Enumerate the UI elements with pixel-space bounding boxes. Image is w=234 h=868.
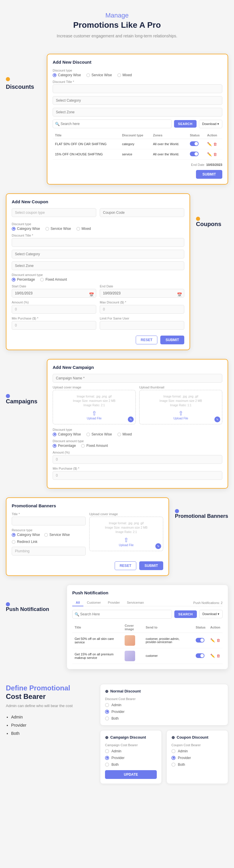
row-status xyxy=(187,149,205,159)
tab-all[interactable]: All xyxy=(72,599,83,606)
coupon-code-input[interactable] xyxy=(100,208,184,217)
submit-button[interactable]: SUBMIT xyxy=(196,170,222,179)
radio-provider[interactable]: Provider xyxy=(105,756,157,760)
radio-service-banner[interactable]: Service Wise xyxy=(44,533,70,537)
radio-admin[interactable]: Admin xyxy=(105,749,157,753)
upload-thumbnail-box[interactable]: Image format: .jpg .png .gifImage Size: … xyxy=(139,390,222,424)
search-button[interactable]: SEARCH xyxy=(174,120,197,128)
submit-button[interactable]: SUBMIT xyxy=(160,336,184,344)
select-coupon-type[interactable]: Select coupon type xyxy=(12,208,96,217)
banner-title-label: Title * xyxy=(12,512,86,516)
upload-edit-button[interactable]: ✎ xyxy=(128,416,134,422)
banner-title-input[interactable] xyxy=(12,517,86,525)
search-input[interactable] xyxy=(53,120,172,128)
limit-same-user-input[interactable] xyxy=(100,321,184,330)
radio-both[interactable]: Both xyxy=(105,716,223,720)
status-toggle[interactable] xyxy=(196,653,205,658)
select-zone-input[interactable] xyxy=(53,108,222,117)
push-search-input[interactable] xyxy=(72,610,172,619)
tab-serviceman[interactable]: Serviceman xyxy=(124,599,148,606)
radio-percentage-campaign[interactable]: Percentage xyxy=(53,444,76,448)
delete-icon[interactable]: 🗑 xyxy=(216,638,220,643)
radio-mixed-campaign[interactable]: Mixed xyxy=(117,432,132,436)
banner-plumbing-select[interactable]: Plumbing xyxy=(12,547,86,556)
campaign-min-purchase-input[interactable] xyxy=(53,471,222,480)
radio-provider[interactable]: Provider xyxy=(105,710,223,714)
coupon-select-category[interactable] xyxy=(12,250,184,258)
amount-input[interactable] xyxy=(12,305,96,314)
radio-category-wise[interactable]: Category Wise xyxy=(53,73,81,77)
action-icons: ✏️ 🗑 xyxy=(207,152,220,157)
radio-service-wise-campaign[interactable]: Service Wise xyxy=(86,432,112,436)
radio-category-wise-coupon[interactable]: Category Wise xyxy=(12,227,40,231)
delete-icon[interactable]: 🗑 xyxy=(216,654,220,658)
upload-cover-label: Upload cover image xyxy=(53,385,136,389)
hero-manage-label: Manage xyxy=(6,12,228,19)
upload-edit-button[interactable]: ✎ xyxy=(155,543,161,549)
select-category-input[interactable] xyxy=(53,96,222,105)
upload-row: Upload cover image Image format: .jpg .p… xyxy=(53,385,222,424)
reset-button[interactable]: RESET xyxy=(136,336,157,344)
max-discount-input[interactable] xyxy=(100,305,184,314)
status-toggle[interactable] xyxy=(190,152,199,156)
push-search-wrap: 🔍 xyxy=(72,610,172,619)
radio-redirect-banner[interactable]: Redirect Link xyxy=(12,540,37,544)
radio-mixed-coupon[interactable]: Mixed xyxy=(76,227,91,231)
radio-fixed[interactable]: Fixed Amount xyxy=(40,277,67,282)
delete-icon[interactable]: 🗑 xyxy=(213,142,217,146)
radio-service-wise-coupon[interactable]: Service Wise xyxy=(45,227,71,231)
push-download-button[interactable]: Download ▾ xyxy=(199,610,223,618)
coupon-select-zone[interactable] xyxy=(12,261,184,270)
tab-provider[interactable]: Provider xyxy=(104,599,124,606)
search-icon: 🔍 xyxy=(75,612,79,616)
push-search-button[interactable]: SEARCH xyxy=(174,611,197,618)
cost-subtitle: Admin can define who will bear the cost xyxy=(6,703,91,709)
status-toggle[interactable] xyxy=(190,142,199,146)
upload-file-label: Upload File xyxy=(87,417,102,420)
download-button[interactable]: Download ▾ xyxy=(199,120,222,128)
banner-submit-button[interactable]: SUBMIT xyxy=(139,561,163,570)
start-date-input[interactable] xyxy=(12,289,96,298)
edit-icon[interactable]: ✏️ xyxy=(210,654,215,658)
radio-admin[interactable]: Admin xyxy=(172,749,223,753)
tab-customer[interactable]: Customer xyxy=(83,599,104,606)
radio-label: Percentage xyxy=(58,444,76,448)
min-purchase-input[interactable] xyxy=(12,321,96,330)
delete-icon[interactable]: 🗑 xyxy=(213,152,217,157)
row-title: 15% OFF ON HOUSE SHIFTING xyxy=(53,149,120,159)
banner-reset-button[interactable]: RESET xyxy=(115,561,136,570)
radio-category-banner[interactable]: Category Wise xyxy=(12,533,40,537)
edit-icon[interactable]: ✏️ xyxy=(207,142,212,146)
radio-both[interactable]: Both xyxy=(172,763,223,767)
cost-right-panel: ⊕ Normal Discount Discount Cost Bearer A… xyxy=(100,684,228,784)
radio-percentage[interactable]: Percentage xyxy=(12,277,35,282)
coupon-discount-type-radio: Category Wise Service Wise Mixed xyxy=(12,227,184,231)
cover-thumb xyxy=(125,635,135,646)
campaigns-label: Campaigns xyxy=(6,394,41,405)
banner-upload-box[interactable]: Image format: .jpg .png .gifImage Size: … xyxy=(89,517,163,551)
radio-admin[interactable]: Admin xyxy=(105,703,223,707)
discount-title-input[interactable] xyxy=(53,84,222,93)
campaign-cost-bearer-label: Campaign Cost Bearer xyxy=(105,743,157,747)
campaign-name-input[interactable] xyxy=(53,374,222,382)
edit-icon[interactable]: ✏️ xyxy=(207,152,212,157)
update-button[interactable]: UPDATE xyxy=(105,770,157,779)
end-date-input[interactable] xyxy=(100,289,184,298)
radio-service-wise[interactable]: Service Wise xyxy=(86,73,112,77)
status-toggle[interactable] xyxy=(196,638,205,643)
cost-left-panel: Define Promotional Cost Bearer Admin can… xyxy=(6,684,91,738)
radio-fixed-campaign[interactable]: Fixed Amount xyxy=(81,444,108,448)
coupon-discount-title-input[interactable] xyxy=(12,238,184,247)
radio-label: Service Wise xyxy=(51,227,71,231)
radio-provider[interactable]: Provider xyxy=(172,756,223,760)
coupon-discount-icon: ⊕ xyxy=(172,735,175,740)
radio-category-wise-campaign[interactable]: Category Wise xyxy=(53,432,81,436)
push-section: Push Notification Push Notification All … xyxy=(0,582,234,675)
radio-both[interactable]: Both xyxy=(105,763,157,767)
radio-mixed[interactable]: Mixed xyxy=(117,73,132,77)
upload-cover-box[interactable]: Image format: .jpg .png .gifImage Size: … xyxy=(53,390,136,424)
campaign-amount-input[interactable] xyxy=(53,455,222,464)
edit-icon[interactable]: ✏️ xyxy=(210,638,215,643)
upload-edit-button[interactable]: ✎ xyxy=(214,416,220,422)
coupon-amount-type-radio: Percentage Fixed Amount xyxy=(12,277,184,282)
